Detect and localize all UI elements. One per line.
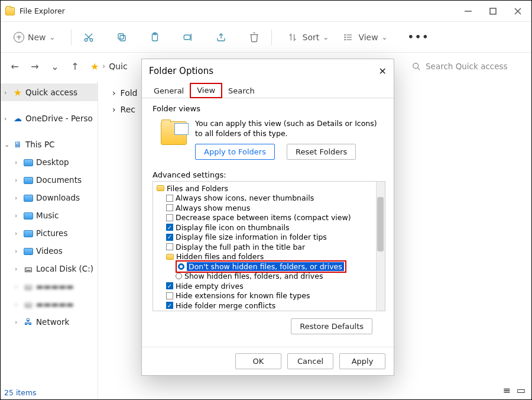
sidebar-item-label: Local Disk (C:) [36, 264, 93, 273]
checkbox[interactable] [166, 292, 173, 299]
checkbox[interactable] [166, 214, 173, 221]
sidebar-item-downloads[interactable]: ›Downloads [1, 189, 98, 207]
sidebar-item-hidden[interactable]: ›🖴▬▬▬▬▬ [1, 278, 98, 295]
folder-views-label: Folder views [153, 104, 385, 113]
sidebar-item-documents[interactable]: ›Documents [1, 171, 98, 189]
tab-general[interactable]: General [148, 85, 190, 98]
sort-icon [286, 31, 299, 44]
sidebar-item-label: Pictures [36, 228, 67, 238]
paste-icon[interactable] [148, 31, 161, 44]
svg-rect-1 [490, 8, 496, 14]
more-button[interactable]: ••• [408, 31, 430, 43]
sort-button[interactable]: Sort ⌄ [283, 30, 333, 45]
folder-icon [24, 230, 33, 237]
sidebar-item-quick-access[interactable]: ›★Quick access [1, 83, 98, 101]
svg-point-20 [345, 37, 345, 37]
network-icon: 🖧 [23, 317, 34, 327]
scrollbar[interactable] [376, 182, 385, 311]
sidebar-item-desktop[interactable]: ›Desktop [1, 153, 98, 171]
separator [71, 30, 72, 45]
setting-label: Show hidden files, folders, and drives [184, 272, 323, 280]
restore-defaults-button[interactable]: Restore Defaults [291, 318, 372, 334]
list-item-label: Rec [121, 105, 135, 114]
sidebar-item-onedrive[interactable]: ›☁OneDrive - Perso [1, 109, 98, 127]
folder-icon [24, 248, 33, 255]
setting-label: Don't show hidden files, folders, or dri… [187, 262, 344, 271]
sidebar-item-label: Videos [36, 246, 63, 256]
checkbox-checked[interactable]: ✓ [166, 224, 173, 231]
share-icon[interactable] [215, 31, 228, 44]
new-button[interactable]: + New ⌄ [9, 30, 60, 45]
folder-icon [5, 7, 15, 15]
sidebar-item-local-disk[interactable]: ›🖴Local Disk (C:) [1, 260, 98, 278]
minimize-button[interactable] [464, 7, 472, 15]
folder-icon [24, 159, 33, 166]
up-button[interactable]: ↑ [67, 58, 83, 75]
sidebar-item-videos[interactable]: ›Videos [1, 242, 98, 260]
scrollbar-thumb[interactable] [377, 197, 384, 251]
star-icon: ★ [90, 61, 99, 72]
chevron-right-icon: › [102, 62, 105, 70]
ok-button[interactable]: OK [235, 353, 281, 369]
advanced-settings-list[interactable]: Files and Folders Always show icons, nev… [153, 181, 385, 311]
setting-label: Display the full path in the title bar [176, 243, 305, 251]
checkbox-checked[interactable]: ✓ [166, 282, 173, 289]
sidebar-item-hidden[interactable]: ›🖴▬▬▬▬▬ [1, 295, 98, 313]
setting-label: Always show icons, never thumbnails [176, 193, 314, 202]
back-button[interactable]: ← [7, 58, 23, 75]
setting-label: Hide extensions for known file types [176, 291, 310, 300]
setting-label: Hide folder merge conflicts [176, 301, 275, 310]
svg-point-19 [345, 34, 345, 35]
sort-label: Sort [303, 33, 320, 42]
close-button[interactable] [514, 7, 522, 15]
sidebar-item-label: OneDrive - Perso [25, 114, 93, 123]
tab-view[interactable]: View [190, 83, 222, 98]
checkbox-checked[interactable]: ✓ [166, 234, 173, 241]
view-icon [342, 31, 355, 44]
tiles-view-icon[interactable]: ▭ [517, 385, 525, 396]
cloud-icon: ☁ [12, 114, 23, 123]
setting-label: Always show menus [176, 204, 250, 212]
checkbox-checked[interactable]: ✓ [166, 302, 173, 309]
dialog-close-button[interactable]: ✕ [379, 66, 387, 77]
details-view-icon[interactable]: ≡ [502, 385, 510, 396]
toolbar: + New ⌄ Sort ⌄ View ⌄ ••• [1, 22, 531, 53]
checkbox[interactable] [166, 204, 173, 211]
sidebar-item-label: Documents [36, 175, 82, 185]
search-input[interactable]: Search Quick access [407, 57, 525, 75]
forward-button[interactable]: → [27, 58, 43, 75]
folder-icon [24, 212, 33, 220]
setting-label: Decrease space between items (compact vi… [176, 213, 351, 222]
rename-icon[interactable] [181, 31, 194, 44]
radio[interactable] [176, 273, 182, 279]
star-icon: ★ [12, 87, 23, 98]
address-bar[interactable]: ★ › Quic [90, 61, 128, 72]
delete-icon[interactable] [248, 31, 261, 44]
checkbox[interactable] [166, 195, 173, 202]
plus-icon: + [14, 32, 24, 43]
reset-folders-button[interactable]: Reset Folders [287, 144, 356, 160]
tab-search[interactable]: Search [222, 85, 261, 98]
apply-button[interactable]: Apply [339, 353, 385, 369]
setting-label: Display file size information in folder … [176, 233, 327, 241]
setting-label: Hide empty drives [176, 282, 244, 291]
apply-to-folders-button[interactable]: Apply to Folders [195, 144, 275, 160]
sidebar-item-this-pc[interactable]: ⌄🖥This PC [1, 136, 98, 153]
folder-icon [24, 195, 33, 202]
copy-icon[interactable] [115, 31, 128, 44]
sidebar-item-network[interactable]: ›🖧Network [1, 313, 98, 331]
folder-views-desc: You can apply this view (such as Details… [195, 119, 383, 139]
search-placeholder: Search Quick access [426, 62, 508, 71]
folder-icon [157, 185, 164, 191]
sidebar-item-music[interactable]: ›Music [1, 207, 98, 224]
advanced-settings-label: Advanced settings: [153, 170, 385, 179]
sidebar-item-pictures[interactable]: ›Pictures [1, 224, 98, 242]
cancel-button[interactable]: Cancel [287, 353, 333, 369]
maximize-button[interactable] [489, 7, 497, 15]
cut-icon[interactable] [82, 31, 95, 44]
view-button[interactable]: View ⌄ [338, 30, 391, 45]
view-label: View [358, 33, 378, 42]
radio-selected[interactable] [178, 263, 184, 270]
checkbox[interactable] [166, 243, 173, 250]
history-dropdown[interactable]: ⌄ [47, 58, 63, 75]
